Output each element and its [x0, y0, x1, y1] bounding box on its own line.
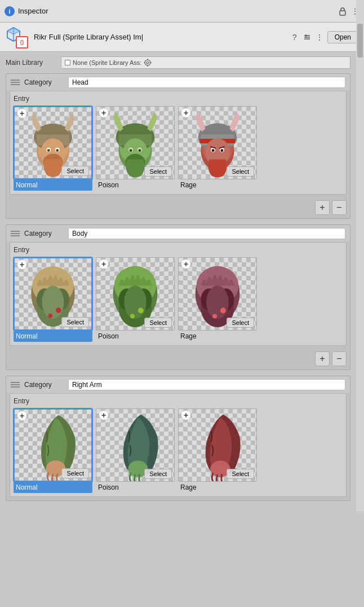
library-asset-icon	[65, 60, 70, 65]
svg-point-12	[147, 61, 149, 64]
sprite-name-body-normal: Normal	[14, 331, 92, 342]
add-body-poison-icon[interactable]: +	[99, 259, 108, 269]
title-bar: i Inspector ⋮	[0, 0, 364, 23]
category-header-head: Category	[6, 74, 350, 91]
header-actions: ? ⋮ Open	[290, 31, 358, 43]
sprite-card-arm-rage: + S	[178, 408, 257, 493]
sprite-name-head-poison: Poison	[96, 179, 175, 191]
svg-point-46	[220, 149, 223, 152]
svg-point-63	[138, 308, 144, 314]
sprite-card-arm-normal: +	[14, 408, 92, 493]
sprite-preview-body-normal: +	[14, 257, 92, 331]
sprites-grid-body: +	[14, 257, 343, 342]
open-button[interactable]: Open	[327, 31, 358, 43]
select-button-body-poison[interactable]: Select	[144, 318, 172, 328]
add-entry-button-head[interactable]: +	[315, 200, 330, 215]
svg-point-64	[130, 314, 135, 318]
select-button-body-normal[interactable]: Select	[61, 317, 89, 327]
category-label: Category	[24, 78, 64, 86]
select-button-arm-normal[interactable]: Select	[61, 468, 89, 478]
entry-section-rightarm: Entry +	[10, 393, 347, 497]
sprite-card-head-normal: +	[14, 106, 92, 191]
main-library-label: Main Library	[6, 59, 56, 67]
body-action-btns: + −	[6, 349, 350, 370]
sprite-preview-body-rage: +	[178, 257, 257, 331]
sprite-preview-arm-poison: + S	[96, 408, 175, 482]
category-block-rightarm: Category Entry +	[6, 376, 350, 501]
sprites-grid-rightarm: +	[14, 408, 343, 493]
svg-point-54	[42, 285, 64, 318]
category-name-rightarm[interactable]	[68, 379, 345, 390]
sprite-card-body-rage: +	[178, 257, 257, 342]
add-sprite-icon-rage[interactable]: +	[181, 108, 190, 117]
inspector-panel: i Inspector ⋮ {} Rikr Full (Sprite Libra…	[0, 0, 364, 511]
svg-point-72	[212, 314, 217, 318]
category-label-body: Category	[24, 230, 64, 237]
svg-point-45	[212, 149, 215, 152]
inspector-body: Main Library None (Sprite Library Ass: C…	[0, 52, 356, 511]
entry-label-rightarm: Entry	[14, 397, 343, 405]
sprite-card-arm-poison: + S	[96, 408, 175, 493]
add-arm-sprite-icon[interactable]: +	[17, 411, 26, 420]
sprite-name-body-poison: Poison	[96, 331, 175, 342]
inspector-info-icon: i	[5, 6, 15, 16]
title-bar-label: Inspector	[18, 7, 48, 15]
remove-entry-button-body[interactable]: −	[332, 351, 347, 366]
sprite-card-head-poison: +	[96, 106, 175, 191]
add-sprite-icon[interactable]: +	[17, 109, 26, 118]
svg-point-11	[145, 60, 150, 65]
layout-button[interactable]	[303, 33, 312, 42]
drag-handle[interactable]	[11, 80, 20, 85]
category-header-rightarm: Category	[6, 376, 350, 393]
select-button-body-rage[interactable]: Select	[227, 318, 254, 328]
scroll-thumb[interactable]	[357, 24, 363, 58]
sub-header-menu-button[interactable]: ⋮	[315, 33, 324, 42]
help-button[interactable]: ?	[290, 33, 299, 42]
sprite-card-head-rage: +	[178, 106, 257, 191]
entry-label-head: Entry	[14, 95, 343, 103]
select-button-head-poison[interactable]: Select	[144, 166, 172, 177]
add-entry-button-body[interactable]: +	[315, 351, 330, 366]
lock-button[interactable]	[338, 7, 347, 16]
asset-icon: {}	[6, 26, 28, 49]
select-button-arm-rage[interactable]: Select	[227, 469, 254, 479]
category-name-body[interactable]	[68, 228, 345, 239]
add-arm-poison-icon[interactable]: +	[99, 411, 108, 420]
drag-handle-rightarm[interactable]	[11, 382, 20, 388]
add-sprite-icon-poison[interactable]: +	[99, 108, 108, 117]
sprite-name-arm-normal: Normal	[14, 482, 92, 493]
library-select-value: None (Sprite Library Ass:	[73, 59, 141, 66]
sprites-grid-head: +	[14, 106, 343, 191]
select-button-arm-poison[interactable]: Select	[144, 469, 172, 479]
sprite-name-body-rage: Rage	[178, 331, 257, 342]
entry-section-body: Entry +	[10, 242, 347, 346]
sprite-name-arm-poison: Poison	[96, 482, 175, 493]
sprite-card-body-normal: +	[14, 257, 92, 342]
target-icon	[144, 59, 152, 67]
main-library-select[interactable]: None (Sprite Library Ass:	[61, 56, 350, 69]
main-library-row: Main Library None (Sprite Library Ass:	[6, 56, 350, 69]
add-body-sprite-icon[interactable]: +	[17, 260, 26, 269]
sprite-preview-body-poison: +	[96, 257, 175, 331]
add-arm-rage-icon[interactable]: +	[181, 411, 190, 420]
sprite-name-head-rage: Rage	[178, 179, 257, 191]
sprite-preview-head-normal: +	[14, 106, 92, 179]
svg-point-71	[220, 308, 226, 314]
sprite-name-arm-rage: Rage	[178, 482, 257, 493]
svg-point-24	[47, 149, 50, 152]
entry-section-head: Entry +	[10, 91, 347, 195]
select-button-head-normal[interactable]: Select	[61, 166, 89, 176]
sub-header: {} Rikr Full (Sprite Library Asset) Im| …	[0, 23, 364, 52]
category-header-body: Category	[6, 225, 350, 242]
scrollbar[interactable]	[356, 0, 364, 511]
category-name-head[interactable]	[68, 77, 345, 88]
sprite-card-body-poison: +	[96, 257, 175, 342]
sprite-preview-head-rage: +	[178, 106, 257, 179]
sprite-preview-arm-normal: +	[14, 408, 92, 482]
select-button-head-rage[interactable]: Select	[227, 166, 254, 177]
add-body-rage-icon[interactable]: +	[181, 259, 190, 269]
drag-handle-body[interactable]	[11, 231, 20, 236]
asset-title: Rikr Full (Sprite Library Asset) Im|	[34, 33, 285, 41]
remove-entry-button-head[interactable]: −	[332, 200, 347, 215]
svg-point-70	[206, 285, 228, 319]
